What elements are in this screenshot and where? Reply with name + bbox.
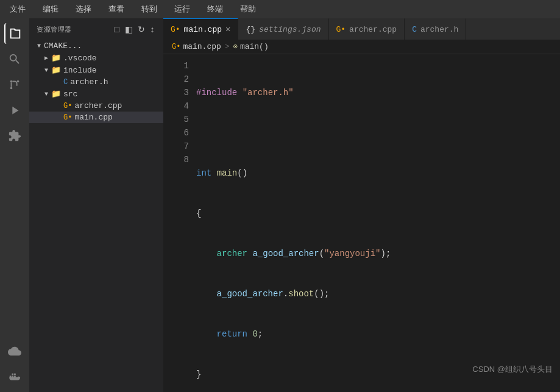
sidebar-title: 资源管理器 xyxy=(37,25,72,34)
refresh-icon[interactable]: ↻ xyxy=(136,23,147,35)
tab-settings-json[interactable]: {} settings.json xyxy=(238,18,328,40)
line-num-4: 4 xyxy=(163,99,189,113)
tree-vscode[interactable]: ▶ 📁 .vscode xyxy=(29,52,163,64)
cpp-file-icon-archer: G• xyxy=(63,102,72,110)
svg-point-1 xyxy=(17,80,19,83)
tree-root[interactable]: ▼ CMAKE... xyxy=(29,40,163,52)
line-num-3: 3 xyxy=(163,86,189,99)
tree-main-cpp[interactable]: G• main.cpp xyxy=(29,112,163,123)
tab-settings-label: settings.json xyxy=(259,25,321,34)
tab-cpp-icon-main: G• xyxy=(171,25,180,34)
root-arrow: ▼ xyxy=(34,43,44,49)
activity-debug-icon[interactable] xyxy=(4,100,25,121)
menu-help[interactable]: 帮助 xyxy=(236,2,260,16)
code-content[interactable]: #include "archer.h" int main() { archer … xyxy=(194,59,560,392)
code-line-5: archer a_good_archer("yangyouji"); xyxy=(194,247,560,260)
collapse-all-icon[interactable]: ↕ xyxy=(149,23,157,35)
code-editor[interactable]: 1 2 3 4 5 6 7 8 #include "archer.h" int … xyxy=(163,54,560,392)
code-line-7: return 0; xyxy=(194,327,560,341)
cpp-file-icon-main: G• xyxy=(63,113,72,122)
code-line-1: #include "archer.h" xyxy=(194,86,560,99)
tree-include[interactable]: ▼ 📁 include xyxy=(29,64,163,76)
line-num-8: 8 xyxy=(163,153,189,166)
breadcrumb-file[interactable]: main.cpp xyxy=(183,42,221,51)
archer-h-label: archer.h xyxy=(70,77,108,87)
activity-files-icon[interactable] xyxy=(4,23,25,44)
new-file-icon[interactable]: □ xyxy=(113,23,121,35)
menu-file[interactable]: 文件 xyxy=(6,2,29,16)
sidebar-header-icons: □ ◧ ↻ ↕ xyxy=(113,23,156,35)
svg-point-0 xyxy=(10,80,13,83)
tree-src[interactable]: ▼ 📁 src xyxy=(29,88,163,100)
menu-view[interactable]: 查看 xyxy=(105,2,128,16)
code-line-4: { xyxy=(194,207,560,220)
include-arrow: ▼ xyxy=(41,67,51,74)
activity-git-icon[interactable] xyxy=(4,74,25,95)
activity-bar xyxy=(0,18,29,392)
menu-terminal[interactable]: 终端 xyxy=(204,2,227,16)
menu-bar: 文件 编辑 选择 查看 转到 运行 终端 帮助 xyxy=(0,0,560,18)
activity-remote-icon[interactable] xyxy=(4,341,25,362)
tab-json-icon: {} xyxy=(246,25,255,34)
new-folder-icon[interactable]: ◧ xyxy=(124,23,135,35)
tab-archer-cpp[interactable]: G• archer.cpp xyxy=(329,18,405,40)
activity-extensions-icon[interactable] xyxy=(4,126,25,146)
svg-rect-7 xyxy=(14,374,16,376)
menu-select[interactable]: 选择 xyxy=(72,2,95,16)
main-layout: 资源管理器 □ ◧ ↻ ↕ ▼ CMAKE... ▶ 📁 .vscode xyxy=(0,18,560,392)
code-line-2 xyxy=(194,126,560,140)
src-label: src xyxy=(63,90,77,99)
breadcrumb-file-icon: G• xyxy=(172,43,180,51)
root-label: CMAKE... xyxy=(44,41,82,51)
breadcrumb: G• main.cpp > ⊙ main() xyxy=(163,40,560,54)
h-file-icon: C xyxy=(63,78,68,87)
tab-bar: G• main.cpp ✕ {} settings.json G• archer… xyxy=(163,18,560,40)
vscode-arrow: ▶ xyxy=(41,54,51,62)
line-num-7: 7 xyxy=(163,140,189,153)
vscode-label: .vscode xyxy=(63,54,97,63)
activity-bar-bottom xyxy=(4,341,25,392)
activity-search-icon[interactable] xyxy=(4,49,25,69)
tab-h-icon: C xyxy=(412,25,417,34)
file-tree: ▼ CMAKE... ▶ 📁 .vscode ▼ 📁 include C arc… xyxy=(29,40,163,392)
tab-cpp-icon-archer: G• xyxy=(336,25,346,34)
line-num-1: 1 xyxy=(163,59,189,73)
svg-rect-6 xyxy=(12,374,13,376)
sidebar-header: 资源管理器 □ ◧ ↻ ↕ xyxy=(29,18,163,40)
line-num-2: 2 xyxy=(163,73,189,86)
menu-edit[interactable]: 编辑 xyxy=(39,2,62,16)
editor-area: G• main.cpp ✕ {} settings.json G• archer… xyxy=(163,18,560,392)
breadcrumb-scope[interactable]: main() xyxy=(240,42,269,51)
activity-docker-icon[interactable] xyxy=(4,366,25,387)
tab-main-cpp-label: main.cpp xyxy=(184,25,222,34)
breadcrumb-scope-icon: ⊙ xyxy=(233,42,238,51)
tab-archer-cpp-label: archer.cpp xyxy=(349,25,397,34)
include-label: include xyxy=(63,66,97,75)
tab-main-cpp[interactable]: G• main.cpp ✕ xyxy=(163,18,238,40)
menu-goto[interactable]: 转到 xyxy=(138,2,161,16)
tree-archer-h[interactable]: C archer.h xyxy=(29,76,163,88)
watermark: CSDN @组织八号头目 xyxy=(472,364,553,375)
tab-close-main[interactable]: ✕ xyxy=(225,25,230,34)
breadcrumb-sep: > xyxy=(225,42,230,51)
line-num-6: 6 xyxy=(163,126,189,140)
archer-cpp-label: archer.cpp xyxy=(74,101,122,110)
tab-archer-h[interactable]: C archer.h xyxy=(405,18,466,40)
src-arrow: ▼ xyxy=(41,91,51,98)
sidebar: 资源管理器 □ ◧ ↻ ↕ ▼ CMAKE... ▶ 📁 .vscode xyxy=(29,18,163,392)
line-numbers: 1 2 3 4 5 6 7 8 xyxy=(163,59,194,392)
line-num-5: 5 xyxy=(163,113,189,126)
menu-run[interactable]: 运行 xyxy=(171,2,194,16)
svg-point-2 xyxy=(10,87,13,90)
main-cpp-label: main.cpp xyxy=(74,113,112,122)
code-line-3: int main() xyxy=(194,166,560,180)
tab-archer-h-label: archer.h xyxy=(420,25,458,34)
tree-archer-cpp[interactable]: G• archer.cpp xyxy=(29,100,163,112)
code-line-6: a_good_archer.shoot(); xyxy=(194,287,560,301)
